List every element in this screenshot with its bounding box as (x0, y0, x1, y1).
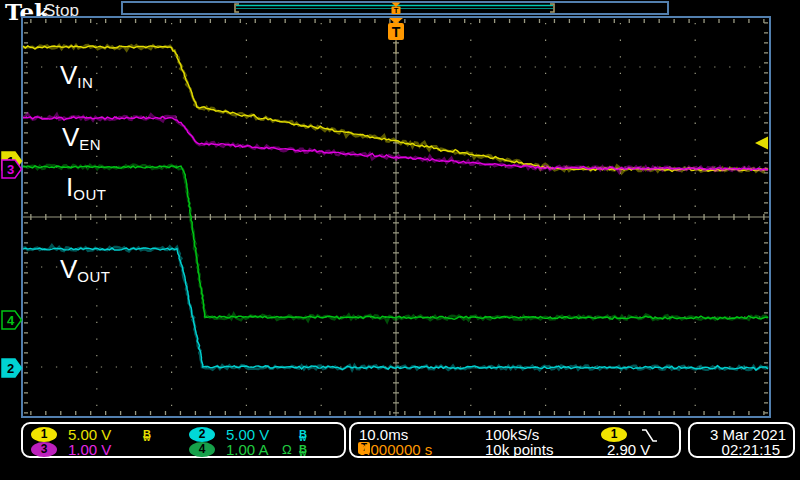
trace-label-ven: VEN (62, 124, 101, 152)
svg-text:2: 2 (7, 361, 14, 376)
scope-display: T1342T (0, 0, 800, 420)
channel2-bandwidth-icon: BW (299, 428, 307, 443)
trace-label-iout: IOUT (66, 174, 106, 202)
channel1-scale: 5.00 V (68, 427, 111, 442)
trigger-source-badge: 1 (601, 427, 627, 442)
sample-rate-readout: 100kS/s (485, 427, 539, 442)
svg-text:3: 3 (7, 162, 14, 177)
oscilloscope-screen: Tek Stop T1342T VIN VEN IOUT VOUT 1 5.00… (0, 0, 800, 480)
channel3-scale: 1.00 V (68, 442, 111, 457)
channel1-bandwidth-icon: BW (143, 428, 151, 443)
record-length-readout: 10k points (485, 442, 553, 457)
horizontal-trigger-box: 10.0ms 100kS/s 1 T→▼0.000000 s 10k point… (349, 422, 681, 458)
trigger-level-readout: 2.90 V (607, 442, 650, 457)
date-readout: 3 Mar 2021 (710, 427, 786, 442)
channel4-bandwidth-icon: BW (299, 443, 307, 458)
channel-readout-box: 1 5.00 V BW 2 5.00 V BW 3 1.00 V 4 1.00 … (21, 422, 346, 458)
channel4-badge: 4 (189, 442, 215, 457)
svg-text:T: T (392, 24, 401, 40)
channel2-badge: 2 (189, 427, 215, 442)
timebase-readout: 10.0ms (359, 427, 408, 442)
trace-label-vout: VOUT (60, 256, 111, 284)
svg-text:T: T (394, 6, 399, 15)
time-readout: 02:21:15 (722, 442, 780, 457)
channel3-badge: 3 (31, 442, 57, 457)
channel4-scale: 1.00 A (226, 442, 269, 457)
channel2-scale: 5.00 V (226, 427, 269, 442)
datetime-box: 3 Mar 2021 02:21:15 (688, 422, 795, 458)
trace-label-vin: VIN (60, 62, 93, 90)
channel1-badge: 1 (31, 427, 57, 442)
svg-text:4: 4 (7, 313, 15, 328)
channel4-ohm-icon: Ω (282, 442, 292, 457)
